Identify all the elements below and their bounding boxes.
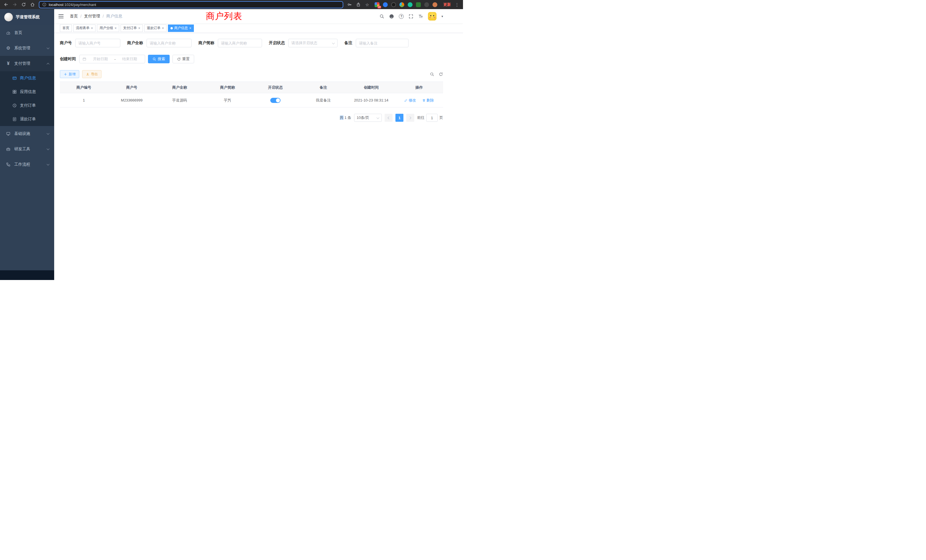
filter-status: 开启状态 请选择开启状态: [269, 39, 337, 47]
edit-button[interactable]: 修改: [404, 98, 416, 103]
chevron-down-icon: [47, 147, 50, 150]
site-info-icon[interactable]: [42, 3, 47, 7]
cell-actions: 修改 删除: [395, 93, 443, 107]
help-icon[interactable]: ?: [399, 14, 404, 19]
sidebar-item-home[interactable]: 首页: [0, 25, 54, 41]
date-separator: -: [114, 57, 115, 61]
browser-update-button[interactable]: 更新: [443, 2, 451, 7]
sidebar-subitem-merchant-info[interactable]: 商户信息: [0, 71, 54, 85]
close-icon[interactable]: ×: [138, 27, 140, 30]
fullscreen-icon[interactable]: [409, 14, 413, 19]
tab-process-form[interactable]: 流程表单 ×: [73, 24, 95, 32]
merchant-no-input[interactable]: [75, 39, 120, 47]
refund-doc-icon: [12, 117, 17, 121]
extension-icon[interactable]: [416, 2, 421, 7]
sidebar-subitem-refund-order[interactable]: 退款订单: [0, 112, 54, 126]
tab-merchant-info[interactable]: 商户信息 ×: [168, 24, 194, 32]
forward-icon[interactable]: [12, 2, 17, 7]
share-icon[interactable]: [356, 2, 361, 7]
reset-button[interactable]: 重置: [172, 55, 194, 63]
search-button[interactable]: 搜索: [148, 55, 169, 63]
font-size-icon[interactable]: [418, 14, 423, 19]
sidebar-footer: [0, 270, 54, 280]
refresh-icon[interactable]: [439, 72, 443, 76]
filter-label: 商户简称: [198, 41, 214, 45]
app-logo[interactable]: 芋道管理系统: [0, 9, 54, 25]
chevron-down-icon: [47, 132, 50, 135]
user-avatar[interactable]: [428, 12, 436, 21]
tab-refund-order[interactable]: 退款订单 ×: [144, 24, 166, 32]
url-host: localhost: [49, 3, 63, 7]
extension-icon[interactable]: [433, 2, 437, 7]
sidebar: 芋道管理系统 首页 ⚙ 系统管理 ¥ 支付管理: [0, 9, 54, 280]
close-icon[interactable]: ×: [189, 27, 191, 30]
tab-user-group[interactable]: 用户分组 ×: [97, 24, 119, 32]
extension-icon[interactable]: [391, 2, 396, 7]
merchant-name-input[interactable]: [147, 39, 192, 47]
caret-down-icon[interactable]: ▾: [441, 15, 443, 18]
export-button[interactable]: 导出: [82, 70, 101, 78]
extension-icon[interactable]: [408, 2, 413, 7]
app-title: 芋道管理系统: [16, 15, 39, 20]
annotation-merchant-list: 商户列表: [206, 10, 242, 22]
extension-icon[interactable]: [383, 2, 388, 7]
page-size-select[interactable]: 10条/页: [354, 114, 382, 122]
github-icon[interactable]: [389, 14, 394, 19]
home-icon[interactable]: [30, 2, 35, 7]
chevron-down-icon: [47, 46, 50, 49]
browser-menu-icon[interactable]: ⋮: [454, 2, 460, 7]
search-icon[interactable]: [380, 14, 384, 19]
page-size-value: 10条/页: [357, 115, 369, 120]
filter-label: 商户全称: [127, 41, 143, 45]
sidebar-item-system[interactable]: ⚙ 系统管理: [0, 41, 54, 56]
page-unit: 页: [439, 115, 443, 120]
hamburger-icon[interactable]: [59, 14, 64, 18]
cell-status: [251, 93, 300, 107]
browser-window: localhost:1024/pay/merchant ☆ 10 更新 ⋮ 芋道…: [0, 0, 463, 280]
short-name-input[interactable]: [218, 39, 262, 47]
tab-home[interactable]: 首页: [60, 24, 72, 32]
password-key-icon[interactable]: [347, 2, 352, 7]
extension-icon[interactable]: 10: [375, 2, 380, 7]
prev-page-button[interactable]: [384, 114, 393, 122]
chevron-up-icon: [47, 63, 50, 66]
tab-pay-order[interactable]: 支付订单 ×: [121, 24, 143, 32]
close-icon[interactable]: ×: [91, 27, 93, 30]
col-actions: 操作: [395, 82, 443, 93]
status-select[interactable]: 请选择开启状态: [288, 39, 337, 47]
remark-input[interactable]: [356, 39, 409, 47]
bookmark-star-icon[interactable]: ☆: [365, 2, 370, 7]
gear-icon: ⚙: [6, 46, 11, 50]
extension-icon[interactable]: [424, 2, 429, 7]
add-button[interactable]: 新增: [60, 70, 79, 78]
sidebar-item-workflow[interactable]: 工作流程: [0, 157, 54, 172]
close-icon[interactable]: ×: [115, 27, 117, 30]
back-icon[interactable]: [3, 2, 9, 7]
sidebar-item-infrastructure[interactable]: 基础设施: [0, 126, 54, 141]
delete-button[interactable]: 删除: [422, 98, 434, 103]
url-bar[interactable]: localhost:1024/pay/merchant: [39, 1, 343, 8]
goto-page-input[interactable]: [426, 114, 437, 122]
sidebar-subitem-label: 商户信息: [20, 76, 54, 81]
current-page[interactable]: 1: [395, 114, 403, 122]
breadcrumb-current: 商户信息: [106, 14, 122, 19]
sidebar-subitem-app-info[interactable]: 应用信息: [0, 85, 54, 98]
toggle-search-icon[interactable]: [430, 72, 434, 76]
sidebar-item-dev-tools[interactable]: 研发工具: [0, 141, 54, 157]
monitor-icon: [6, 132, 11, 136]
page-content: 商户号 商户全称 商户简称 开启状态 请选择开启状态: [54, 33, 463, 122]
next-page-button[interactable]: [406, 114, 414, 122]
status-toggle[interactable]: [270, 98, 280, 103]
sidebar-item-label: 首页: [14, 30, 49, 35]
breadcrumb-home[interactable]: 首页: [70, 14, 78, 19]
sidebar-item-payment[interactable]: ¥ 支付管理: [0, 56, 54, 71]
filter-label: 创建时间: [60, 56, 76, 62]
close-icon[interactable]: ×: [162, 27, 164, 30]
breadcrumb-payment[interactable]: 支付管理: [84, 14, 100, 19]
sidebar-item-label: 工作流程: [14, 162, 47, 167]
sidebar-item-label: 支付管理: [14, 61, 47, 66]
sidebar-subitem-pay-order[interactable]: 支付订单: [0, 98, 54, 112]
date-range-picker[interactable]: 开始日期 - 结束日期: [79, 55, 145, 63]
reload-icon[interactable]: [21, 2, 26, 7]
extension-icon[interactable]: [399, 2, 404, 7]
